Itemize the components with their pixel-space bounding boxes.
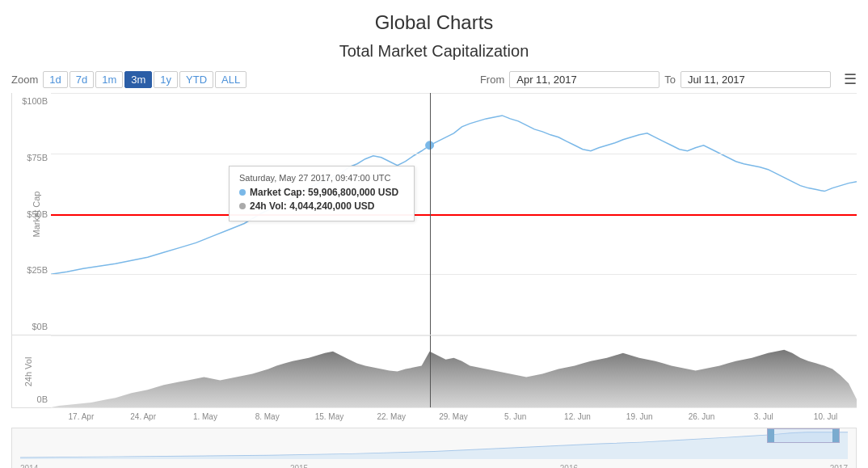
nav-area: [20, 432, 848, 459]
x-label-11: 3. Jul: [732, 412, 794, 421]
x-label-6: 29. May: [423, 412, 485, 421]
grid-line-1: [51, 93, 857, 94]
zoom-all[interactable]: ALL: [215, 71, 246, 88]
nav-handle-right[interactable]: [832, 429, 839, 442]
nav-svg: [20, 428, 848, 459]
nav-label-2014: 2014: [20, 464, 38, 469]
volume-svg: [51, 335, 857, 407]
x-label-4: 15. May: [298, 412, 360, 421]
grid-line-2: [51, 154, 857, 154]
main-chart: Market Cap $100B $75B $50B $25B $0B: [11, 93, 857, 335]
from-label: From: [480, 74, 504, 86]
x-label-10: 26. Jun: [671, 412, 733, 421]
to-label: To: [664, 74, 676, 86]
y-label-25b: $25B: [12, 265, 51, 275]
zoom-1d[interactable]: 1d: [43, 71, 67, 88]
x-label-8: 12. Jun: [546, 412, 609, 421]
nav-chart-area: [20, 428, 848, 459]
zoom-7d[interactable]: 7d: [70, 71, 94, 88]
nav-label-2016: 2016: [560, 464, 578, 469]
menu-icon[interactable]: ☰: [844, 70, 857, 88]
reference-line: [51, 214, 857, 216]
y-label-100b: $100B: [12, 96, 51, 106]
nav-label-2017: 2017: [830, 464, 848, 469]
zoom-ytd[interactable]: YTD: [179, 71, 213, 88]
x-label-5: 22. May: [360, 412, 423, 421]
volume-area: [51, 350, 857, 407]
nav-selector[interactable]: [767, 428, 840, 443]
x-label-3: 8. May: [236, 412, 298, 421]
x-axis-labels: 17. Apr 24. Apr 1. May 8. May 15. May 22…: [50, 408, 857, 424]
to-date-input[interactable]: [680, 71, 831, 88]
zoom-3m[interactable]: 3m: [124, 71, 152, 88]
nav-handle-left[interactable]: [768, 429, 774, 442]
price-line: [51, 116, 857, 274]
x-label-7: 5. Jun: [484, 412, 546, 421]
y-axis-title: Market Cap: [32, 191, 41, 237]
vol-axis-title: 24h Vol: [23, 356, 33, 386]
x-label-12: 10. Jul: [794, 412, 857, 421]
page-title: Global Charts: [0, 0, 868, 42]
x-label-9: 19. Jun: [609, 412, 671, 421]
vol-crosshair: [430, 335, 431, 407]
y-label-75b: $75B: [12, 153, 51, 162]
nav-label-2015: 2015: [290, 464, 308, 469]
x-label-2: 1. May: [175, 412, 237, 421]
chart-inner: Saturday, May 27 2017, 09:47:00 UTC Mark…: [51, 93, 857, 335]
grid-line-4: [51, 274, 857, 275]
vol-grid-top: [51, 335, 857, 336]
chart-area: Market Cap $100B $75B $50B $25B $0B: [11, 93, 857, 468]
x-label-1: 24. Apr: [112, 412, 175, 421]
navigator-chart[interactable]: 2014 2015 2016 2017: [11, 428, 857, 468]
zoom-controls: Zoom 1d 7d 1m 3m 1y YTD ALL: [11, 71, 246, 88]
y-label-0b: $0B: [12, 322, 51, 331]
date-range: From To ☰: [480, 70, 857, 88]
zoom-1y[interactable]: 1y: [154, 71, 178, 88]
zoom-label: Zoom: [11, 74, 38, 86]
nav-x-labels: 2014 2015 2016 2017: [20, 461, 848, 468]
vol-y-bot: 0B: [12, 394, 51, 404]
volume-chart: 24h Vol 0B: [11, 335, 857, 408]
zoom-1m[interactable]: 1m: [95, 71, 123, 88]
volume-inner: [51, 335, 857, 407]
from-date-input[interactable]: [509, 71, 659, 88]
chart-subtitle: Total Market Capitalization: [0, 42, 868, 70]
crosshair-line: [430, 93, 431, 335]
controls-row: Zoom 1d 7d 1m 3m 1y YTD ALL From To ☰: [0, 70, 868, 93]
x-label-0: 17. Apr: [50, 412, 112, 421]
